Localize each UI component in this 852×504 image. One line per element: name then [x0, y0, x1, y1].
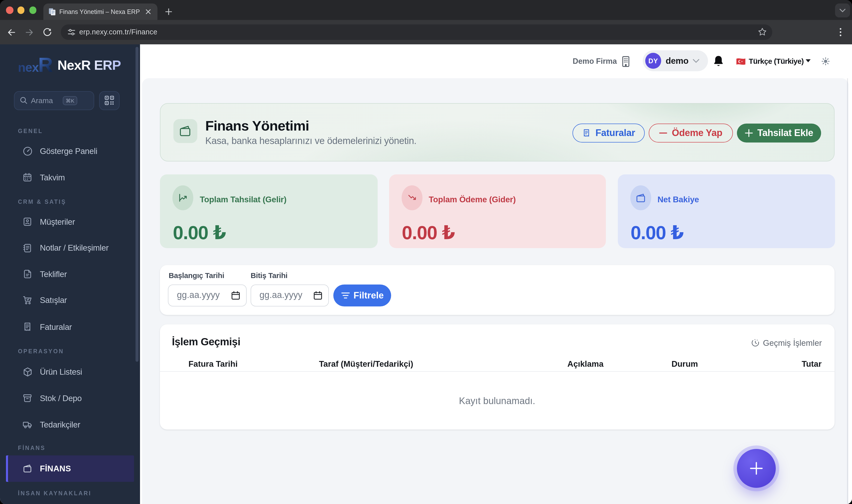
make-payment-button[interactable]: Ödeme Yap [649, 123, 733, 142]
trend-down-icon [401, 185, 422, 210]
stat-value: 0.00 ₺ [402, 221, 455, 244]
start-date-label: Başlangıç Tarihi [169, 271, 224, 280]
start-date-input[interactable] [168, 284, 247, 306]
stat-card-expense: Toplam Ödeme (Gider) 0.00 ₺ [389, 174, 606, 248]
stat-label: Toplam Tahsilat (Gelir) [200, 195, 287, 204]
clock-history-icon [751, 339, 759, 347]
filter-lines-icon [341, 292, 349, 299]
column-header: Tutar [802, 359, 821, 369]
content-panel: Finans Yönetimi Kasa, banka hesaplarınız… [142, 78, 848, 504]
browser-window: Finans Yönetimi – Nexa ERP [0, 0, 852, 504]
table-header-row: Fatura Tarihi Taraf (Müşteri/Tedarikçi) … [160, 357, 834, 371]
minus-icon [659, 132, 667, 134]
invoices-button[interactable]: Faturalar [573, 123, 645, 142]
hero-card: Finans Yönetimi Kasa, banka hesaplarınız… [160, 103, 834, 161]
page-title: Finans Yönetimi [205, 118, 309, 133]
transactions-card: İşlem Geçmişi Geçmiş İşlemler Fatura Tar… [160, 324, 834, 430]
trend-up-icon [173, 185, 193, 210]
column-header: Taraf (Müşteri/Tedarikçi) [319, 359, 413, 369]
end-date-label: Bitiş Tarihi [251, 271, 288, 280]
app-root: nex R NexR ERP ⌘K [0, 44, 852, 504]
end-date-input[interactable] [251, 284, 329, 306]
column-header: Durum [671, 359, 698, 369]
empty-state-text: Kayıt bulunamadı. [160, 395, 834, 406]
page-subtitle: Kasa, banka hesaplarınızı ve ödemelerini… [205, 136, 417, 146]
content-scrollbar[interactable] [847, 78, 848, 504]
history-link[interactable]: Geçmiş İşlemler [751, 338, 822, 347]
stat-label: Net Bakiye [657, 195, 699, 204]
plus-icon [745, 129, 753, 137]
stat-card-balance: Net Bakiye 0.00 ₺ [618, 174, 835, 248]
hero-wallet-icon [174, 119, 197, 143]
invoice-icon [582, 128, 591, 137]
stat-value: 0.00 ₺ [631, 221, 683, 244]
plus-icon [749, 461, 764, 476]
stat-value: 0.00 ₺ [173, 221, 226, 244]
column-header: Fatura Tarihi [188, 359, 237, 369]
add-collection-button[interactable]: Tahsilat Ekle [737, 123, 821, 142]
filter-button[interactable]: Filtrele [333, 284, 392, 306]
main-area: Demo Firma DY demo [140, 44, 852, 504]
stat-label: Toplam Ödeme (Gider) [429, 195, 516, 204]
stat-card-income: Toplam Tahsilat (Gelir) 0.00 ₺ [160, 174, 377, 248]
transactions-title: İşlem Geçmişi [172, 336, 240, 347]
fab-add-button[interactable] [737, 449, 776, 488]
wallet-balance-icon [630, 185, 651, 210]
filter-card: Başlangıç Tarihi Bitiş Tarihi [160, 265, 834, 315]
column-header: Açıklama [567, 359, 604, 369]
table-divider [160, 371, 834, 372]
